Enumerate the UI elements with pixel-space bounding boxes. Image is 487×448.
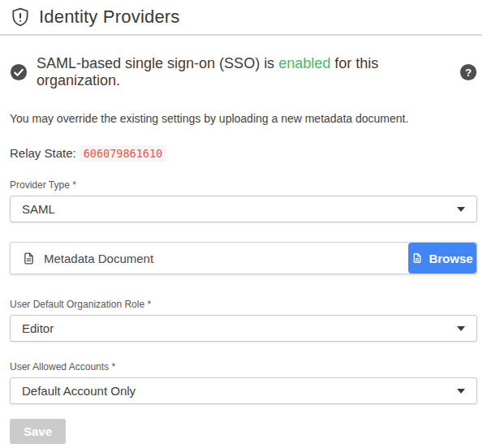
- provider-type-group: Provider Type * SAML: [10, 179, 477, 222]
- allowed-accounts-select[interactable]: Default Account Only: [10, 377, 477, 404]
- allowed-accounts-label: User Allowed Accounts *: [10, 361, 477, 373]
- file-icon: [22, 252, 36, 265]
- chevron-down-icon: [457, 207, 465, 212]
- allowed-accounts-group: User Allowed Accounts * Default Account …: [10, 361, 477, 404]
- file-upload-icon: [412, 252, 423, 264]
- relay-state-value: 606079861610: [80, 145, 167, 162]
- help-glyph: ?: [465, 67, 472, 79]
- chevron-down-icon: [457, 326, 465, 331]
- browse-button[interactable]: Browse: [408, 243, 476, 274]
- provider-type-value: SAML: [22, 202, 55, 216]
- relay-state-label: Relay State:: [10, 146, 76, 160]
- metadata-document-label: Metadata Document: [44, 252, 153, 265]
- default-org-role-group: User Default Organization Role * Editor: [10, 299, 477, 342]
- sso-status-text: SAML-based single sign-on (SSO) isenable…: [37, 55, 450, 89]
- provider-type-label: Provider Type *: [10, 179, 477, 191]
- status-text-before: SAML-based single sign-on (SSO) is: [37, 55, 274, 71]
- status-enabled-badge: enabled: [278, 55, 330, 71]
- save-button[interactable]: Save: [10, 419, 66, 444]
- provider-type-select[interactable]: SAML: [10, 196, 477, 222]
- default-org-role-select[interactable]: Editor: [10, 315, 477, 342]
- chevron-down-icon: [457, 389, 465, 394]
- page-title: Identity Providers: [39, 6, 180, 28]
- override-description: You may override the existing settings b…: [10, 112, 477, 125]
- help-icon[interactable]: ?: [459, 63, 477, 81]
- browse-button-label: Browse: [429, 252, 472, 265]
- sso-status-row: SAML-based single sign-on (SSO) isenable…: [10, 55, 477, 89]
- metadata-document-file-input[interactable]: Metadata Document Browse: [10, 242, 477, 274]
- page-header: Identity Providers: [0, 0, 482, 36]
- allowed-accounts-value: Default Account Only: [22, 384, 136, 398]
- default-org-role-value: Editor: [22, 321, 54, 335]
- relay-state-row: Relay State:606079861610: [10, 146, 477, 160]
- check-circle-icon: [10, 63, 28, 81]
- default-org-role-label: User Default Organization Role *: [10, 299, 477, 310]
- shield-alert-icon: [10, 6, 31, 28]
